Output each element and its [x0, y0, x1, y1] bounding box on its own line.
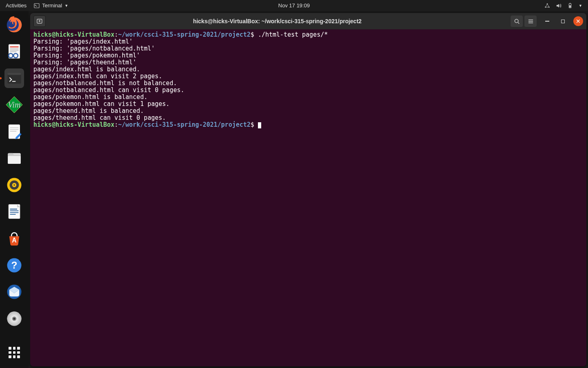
volume-icon [556, 3, 562, 9]
show-applications[interactable] [4, 343, 24, 362]
terminal-icon [6, 70, 22, 86]
svg-rect-12 [10, 51, 17, 52]
output-line: Parsing: 'pages/index.html' [33, 38, 133, 45]
apps-grid-icon [9, 347, 20, 358]
vim-icon: Vim [5, 96, 23, 114]
terminal-body[interactable]: hicks@hicks-VirtualBox:~/work/csci-315-s… [30, 29, 586, 366]
chevron-down-icon: ▼ [64, 4, 68, 8]
libreoffice-writer-icon [6, 203, 23, 220]
dock-thunderbird[interactable] [4, 282, 24, 302]
files-icon [6, 150, 23, 167]
output-line: pages/index.html is balanced. [33, 66, 140, 73]
thunderbird-icon [6, 283, 23, 300]
command-text: ./html-test pages/* [254, 31, 328, 38]
hamburger-menu-button[interactable] [524, 15, 537, 27]
output-line: Parsing: 'pages/theend.html' [33, 59, 137, 66]
dock: Vim A ? [0, 11, 29, 368]
output-line: Parsing: 'pages/notbalanced.html' [33, 45, 155, 52]
svg-point-27 [13, 184, 15, 186]
svg-text:?: ? [11, 259, 18, 270]
output-line: pages/theend.html is balanced. [33, 107, 144, 115]
output-line: pages/theend.html can visit 0 pages. [33, 114, 166, 121]
help-icon: ? [6, 257, 23, 274]
svg-rect-11 [10, 50, 19, 51]
svg-rect-19 [10, 127, 19, 128]
dock-evince[interactable] [4, 42, 24, 62]
app-menu-label: Terminal [42, 2, 62, 9]
output-line: pages/pokemon.html is balanced. [33, 93, 148, 101]
svg-rect-16 [12, 81, 15, 82]
minimize-icon [545, 21, 549, 22]
dock-help[interactable]: ? [4, 256, 24, 275]
dock-writer[interactable] [4, 202, 24, 222]
minimize-button[interactable] [542, 16, 552, 26]
status-menu[interactable]: ▼ [544, 3, 588, 9]
search-button[interactable] [511, 15, 523, 27]
svg-rect-6 [569, 5, 571, 7]
output-line: pages/notbalanced.html can visit 0 pages… [33, 86, 184, 94]
svg-text:Vim: Vim [8, 101, 21, 110]
svg-rect-20 [10, 129, 19, 130]
prompt-path: ~/work/csci-315-spring-2021/project2 [118, 31, 251, 38]
prompt-dollar: $ [251, 121, 254, 128]
terminal-menu-icon [34, 3, 40, 9]
music-icon [6, 176, 23, 194]
terminal-window: hicks@hicks-VirtualBox: ~/work/csci-315-… [30, 13, 586, 366]
disc-icon [6, 310, 23, 327]
dock-rhythmbox[interactable] [4, 175, 24, 195]
document-viewer-icon [6, 43, 23, 60]
command-text [254, 121, 258, 128]
svg-rect-10 [10, 48, 19, 49]
svg-rect-29 [10, 209, 18, 209]
terminal-cursor [258, 122, 261, 128]
svg-rect-15 [7, 73, 21, 75]
new-tab-icon [36, 18, 43, 24]
prompt-sep: : [115, 121, 118, 128]
dock-terminal[interactable] [4, 68, 24, 88]
prompt-userhost: hicks@hicks-VirtualBox [33, 121, 115, 128]
dock-discs[interactable] [4, 309, 24, 328]
prompt-sep: : [115, 31, 118, 38]
svg-rect-21 [10, 131, 17, 132]
prompt-dollar: $ [251, 31, 254, 38]
dock-vim[interactable]: Vim [4, 95, 24, 115]
dock-files[interactable] [4, 149, 24, 168]
svg-rect-30 [10, 211, 19, 212]
svg-text:A: A [12, 237, 16, 244]
output-line: pages/index.html can visit 2 pages. [33, 73, 162, 80]
svg-rect-5 [570, 3, 571, 3]
chevron-down-icon: ▼ [579, 4, 582, 8]
maximize-icon [561, 20, 565, 23]
titlebar: hicks@hicks-VirtualBox: ~/work/csci-315-… [30, 13, 586, 29]
gnome-topbar: Activities Terminal ▼ Nov 17 19:09 ▼ [0, 0, 588, 11]
ubuntu-software-icon: A [6, 230, 23, 247]
svg-rect-9 [10, 46, 19, 48]
network-icon [544, 3, 550, 9]
svg-rect-31 [10, 212, 19, 213]
dock-firefox[interactable] [4, 15, 24, 35]
firefox-icon [5, 16, 23, 34]
close-icon: ✕ [576, 18, 581, 24]
maximize-button[interactable] [558, 16, 568, 26]
text-editor-icon [6, 123, 23, 140]
close-button[interactable]: ✕ [573, 16, 583, 26]
output-line: Parsing: 'pages/pokemon.html' [33, 52, 140, 59]
svg-point-42 [515, 19, 518, 22]
dock-gedit[interactable] [4, 122, 24, 141]
prompt-userhost: hicks@hicks-VirtualBox [33, 31, 115, 38]
dock-software[interactable]: A [4, 229, 24, 248]
prompt-path: ~/work/csci-315-spring-2021/project2 [118, 121, 251, 128]
battery-icon [567, 3, 573, 9]
search-icon [514, 18, 520, 24]
new-tab-button[interactable] [33, 15, 46, 27]
hamburger-icon [528, 18, 534, 24]
output-line: pages/pokemon.html can visit 1 pages. [33, 100, 170, 108]
topbar-clock[interactable]: Nov 17 19:09 [278, 2, 310, 9]
svg-rect-32 [10, 214, 16, 215]
app-menu[interactable]: Terminal ▼ [34, 2, 68, 9]
svg-point-40 [13, 317, 15, 320]
svg-rect-0 [34, 3, 39, 8]
svg-rect-23 [8, 156, 21, 164]
activities-button[interactable]: Activities [6, 2, 26, 9]
window-title: hicks@hicks-VirtualBox: ~/work/csci-315-… [46, 18, 509, 24]
